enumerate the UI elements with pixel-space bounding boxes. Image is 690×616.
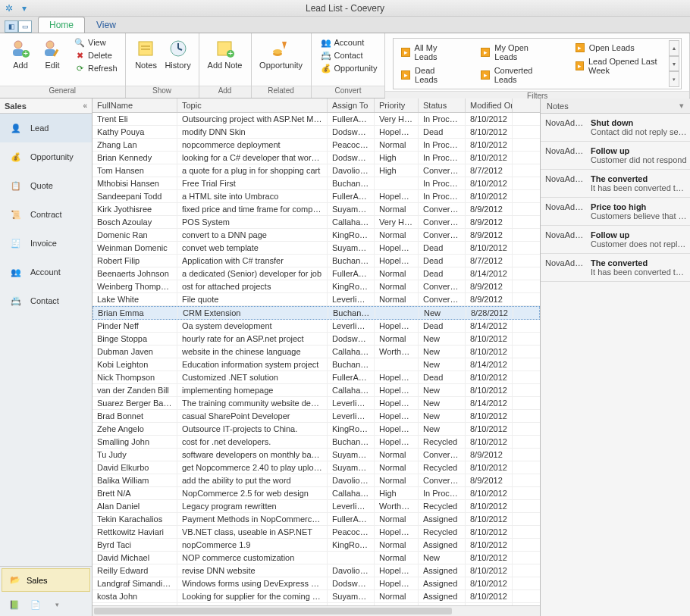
filter-lead-opened-last-week[interactable]: ▸Lead Opened Last Week xyxy=(576,57,673,75)
table-row[interactable]: Bosch AzoulayPOS SystemCallahanLa...Very… xyxy=(93,216,540,229)
sidebar-item-contact[interactable]: 📇Contact xyxy=(0,286,92,315)
notes-button[interactable]: Notes xyxy=(130,36,162,71)
view-button[interactable]: 🔍View xyxy=(71,36,121,48)
gallery-up-icon[interactable]: ▲ xyxy=(669,40,679,56)
sidebar-item-lead[interactable]: 👤Lead xyxy=(0,114,92,142)
table-row[interactable]: Sandeepani Todda HTML site into UmbracoF… xyxy=(93,190,540,203)
table-row[interactable]: Rettkowitz HaviariVB.NET class, useable … xyxy=(93,526,540,539)
table-row[interactable]: Dubman Javenwebsite in the chinese langu… xyxy=(93,346,540,358)
table-row[interactable]: Weinman Domenicconvet web templateSuyama… xyxy=(93,242,540,255)
filter-converted-leads[interactable]: ▸Converted Leads xyxy=(481,66,552,84)
opportunity-button[interactable]: Opportunity xyxy=(256,36,306,71)
table-row[interactable]: Kirk Jyothisreefixed price and time fram… xyxy=(93,203,540,216)
filter-dead-leads[interactable]: ▸Dead Leads xyxy=(401,66,458,84)
filter-open-leads[interactable]: ▸Open Leads xyxy=(576,43,673,52)
table-row[interactable]: Trent EliOutsourcing project with ASP.Ne… xyxy=(93,113,540,126)
table-row[interactable]: Brian EmmaCRM ExtensionBuchananS...New8/… xyxy=(93,306,540,320)
sidebar-item-invoice[interactable]: 🧾Invoice xyxy=(0,229,92,258)
filters-gallery: ▸All My Leads▸Dead Leads ▸My Open Leads▸… xyxy=(393,38,682,89)
note-item[interactable]: NovaAdmin...Price too highCustomers beli… xyxy=(541,198,690,226)
sidebar-overflow-icon[interactable]: ▾ xyxy=(49,596,65,613)
table-row[interactable]: Reilly Edwardrevise DNN websiteDavolioNa… xyxy=(93,564,540,577)
sidebar-item-opportunity[interactable]: 💰Opportunity xyxy=(0,142,92,171)
convert-contact-button[interactable]: 📇Contact xyxy=(318,49,381,61)
sidebar-item-quote[interactable]: 📋Quote xyxy=(0,171,92,200)
gallery-more-icon[interactable]: ▾ xyxy=(669,71,679,87)
add-button[interactable]: + Add xyxy=(5,36,36,71)
add-note-button[interactable]: + Add Note xyxy=(204,36,246,71)
table-row[interactable]: David Elkurboget Nopcommerce 2.40 to pla… xyxy=(93,461,540,474)
table-row[interactable]: Pinder NeffOa system developmentLeverlin… xyxy=(93,320,540,333)
table-row[interactable]: Kobi LeightonEducation information syste… xyxy=(93,358,540,371)
table-row[interactable]: Weinberg Thompsonost for attached projec… xyxy=(93,280,540,293)
sidebar-item-account[interactable]: 👥Account xyxy=(0,258,92,286)
notes-pane: Notes ▾ NovaAdmin...Shut downContact did… xyxy=(540,98,690,616)
note-item[interactable]: NovaAdmin...The convertedIt has been con… xyxy=(541,254,690,282)
note-item[interactable]: NovaAdmin...The convertedIt has been con… xyxy=(541,170,690,198)
collapse-icon[interactable]: « xyxy=(83,102,87,110)
sidebar-mini2-icon[interactable]: 📄 xyxy=(27,596,44,613)
app-icon[interactable]: ✲ xyxy=(3,2,15,14)
layout-full-icon[interactable]: ▭ xyxy=(18,20,32,33)
table-row[interactable]: Byrd TacinopCommerce 1.9KingRobertNormal… xyxy=(93,539,540,552)
table-row[interactable]: Landgraf SimandirakisWindows forms using… xyxy=(93,577,540,590)
sidebar-header[interactable]: Sales « xyxy=(0,98,92,114)
filter-my-open-leads[interactable]: ▸My Open Leads xyxy=(481,43,552,61)
notes-pin-icon[interactable]: ▾ xyxy=(679,101,684,111)
table-row[interactable]: van der Zanden Billimplementing homepage… xyxy=(93,384,540,397)
table-row[interactable]: Tom Hansena quote for a plug in for shop… xyxy=(93,164,540,177)
sidebar-mini1-icon[interactable]: 📗 xyxy=(6,596,23,613)
table-row[interactable]: Binge Stoppahourly rate for an ASP.net p… xyxy=(93,333,540,346)
col-fullname[interactable]: FullName xyxy=(93,98,177,112)
refresh-button[interactable]: ⟳Refresh xyxy=(71,62,121,74)
gallery-down-icon[interactable]: ▼ xyxy=(669,56,679,72)
table-row[interactable]: Brett N/ANopCommerce 2.5 for web designC… xyxy=(93,487,540,500)
col-priority[interactable]: Priority xyxy=(375,98,419,112)
grid-body[interactable]: Trent EliOutsourcing project with ASP.Ne… xyxy=(93,113,540,605)
tab-view[interactable]: View xyxy=(85,17,127,33)
table-row[interactable]: Kathy Pouyamodify DNN SkinDodsworth...Ho… xyxy=(93,126,540,139)
user-edit-icon xyxy=(42,38,63,59)
table-row[interactable]: Domenic Ranconvert to a DNN pageKingRobe… xyxy=(93,229,540,242)
table-row[interactable]: Smalling Johncost for .net developers.Bu… xyxy=(93,436,540,449)
table-row[interactable]: kosta JohnLooking for supplier for the c… xyxy=(93,590,540,603)
table-row[interactable]: Nick ThompsonCustomized .NET solutionFul… xyxy=(93,371,540,384)
grid-hscroll[interactable] xyxy=(93,605,540,616)
table-row[interactable]: Alan DanielLegacy program rewrittenLever… xyxy=(93,500,540,513)
view-icon: 🔍 xyxy=(74,37,85,48)
tab-home[interactable]: Home xyxy=(38,17,85,33)
delete-button[interactable]: ✖Delete xyxy=(71,49,121,61)
table-row[interactable]: Robert FilipApplication with C# transfer… xyxy=(93,255,540,267)
table-row[interactable]: Zhang Lannopcommerce deploymentPeacockM.… xyxy=(93,139,540,152)
sidebar-item-contract[interactable]: 📜Contract xyxy=(0,200,92,229)
table-row[interactable]: Brad Bonnetcasual SharePoint DeveloperLe… xyxy=(93,410,540,423)
sidebar-module-sales[interactable]: 📂 Sales xyxy=(2,568,90,592)
filter-all-my-leads[interactable]: ▸All My Leads xyxy=(401,43,458,61)
note-author: NovaAdmin... xyxy=(545,146,588,164)
table-row[interactable]: Beenaerts Johnsona dedicated (Senior) de… xyxy=(93,267,540,280)
col-modifiedon[interactable]: Modified On▲ xyxy=(466,98,513,112)
note-item[interactable]: NovaAdmin...Follow upCustomer does not r… xyxy=(541,226,690,254)
col-status[interactable]: Status xyxy=(419,98,466,112)
table-row[interactable]: Brian Kennedylooking for a C# developer … xyxy=(93,152,540,164)
table-row[interactable]: Zehe AngeloOutsource IT-projects to Chin… xyxy=(93,423,540,436)
col-topic[interactable]: Topic xyxy=(177,98,328,112)
convert-account-button[interactable]: 👥Account xyxy=(318,36,381,48)
layout-panel-icon[interactable]: ◧ xyxy=(5,20,18,33)
history-button[interactable]: History xyxy=(162,36,194,71)
col-assignto[interactable]: Assign To xyxy=(328,98,375,112)
table-row[interactable]: David MichaelNOP commerce customizationN… xyxy=(93,552,540,564)
qat-dropdown-icon[interactable]: ▾ xyxy=(18,2,30,14)
table-row[interactable]: Tekin KarachaliosPayment Methods in NopC… xyxy=(93,513,540,526)
table-row[interactable]: Suarez Berger Barden...The training comm… xyxy=(93,397,540,410)
table-row[interactable]: Tu Judysoftware developers on monthly ba… xyxy=(93,449,540,461)
svg-rect-7 xyxy=(139,42,152,55)
table-row[interactable]: Lake WhiteFile quoteLeverlingJa...Normal… xyxy=(93,293,540,306)
note-item[interactable]: NovaAdmin...Follow upCustomer did not re… xyxy=(541,142,690,170)
note-item[interactable]: NovaAdmin...Shut downContact did not rep… xyxy=(541,114,690,142)
filter-bullet-icon: ▸ xyxy=(401,70,410,80)
edit-button[interactable]: Edit xyxy=(36,36,68,71)
table-row[interactable]: Balika Williamadd the ability to put the… xyxy=(93,474,540,487)
table-row[interactable]: Mthobisi HansenFree Trial FirstBuchananS… xyxy=(93,177,540,190)
convert-opportunity-button[interactable]: 💰Opportunity xyxy=(318,62,381,74)
